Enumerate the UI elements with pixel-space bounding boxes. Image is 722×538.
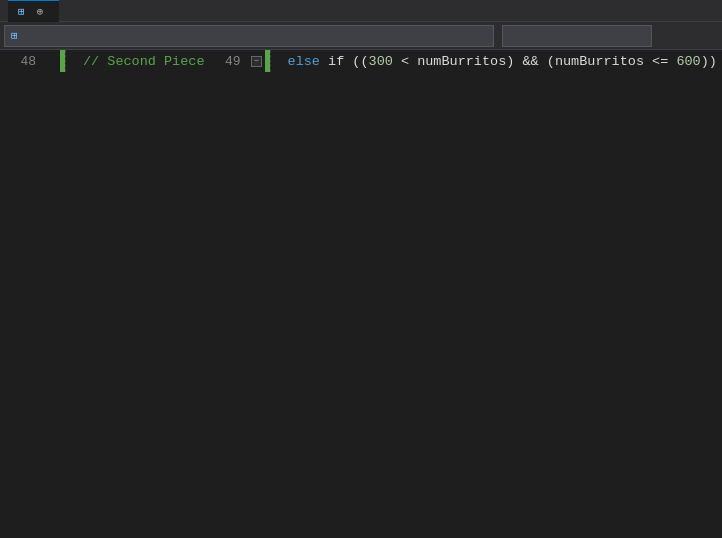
- scope-icon: ⊞: [11, 29, 18, 42]
- line-number: 48: [0, 50, 44, 72]
- file-tab[interactable]: ⊞ ⊕: [8, 0, 59, 22]
- file-icon: ⊞: [18, 5, 25, 18]
- code-line: else if ((300 < numBurritos) && (numBurr…: [284, 50, 717, 72]
- code-token: 300: [369, 54, 393, 69]
- table-row: 49−else if ((300 < numBurritos) && (numB…: [205, 50, 717, 72]
- tab-pin-icon: ⊕: [37, 5, 44, 18]
- code-editor: 48// Second Piece49−else if ((300 < numB…: [0, 50, 722, 538]
- code-token: if ((: [320, 54, 369, 69]
- table-row: 48// Second Piece: [0, 50, 205, 72]
- code-token: 600: [676, 54, 700, 69]
- code-token: )): [701, 54, 717, 69]
- indent-guide: [270, 50, 284, 72]
- title-bar: ⊞ ⊕: [0, 0, 722, 22]
- line-number: 49: [205, 50, 249, 72]
- table-row: 50 {: [717, 50, 722, 72]
- collapse-button[interactable]: −: [251, 56, 262, 67]
- code-token: // Second Piece: [83, 54, 205, 69]
- code-line: // Second Piece: [79, 50, 205, 72]
- indent-guide: [65, 50, 79, 72]
- code-token: else: [288, 54, 320, 69]
- collapse-cell: [44, 50, 60, 72]
- toolbar: ⊞: [0, 22, 722, 50]
- scope-dropdown-main[interactable]: ⊞: [4, 25, 494, 47]
- scope-dropdown-global[interactable]: [502, 25, 652, 47]
- code-token: < numBurritos) && (numBurritos <=: [393, 54, 677, 69]
- line-number: 50: [717, 50, 722, 72]
- collapse-cell[interactable]: −: [249, 50, 265, 72]
